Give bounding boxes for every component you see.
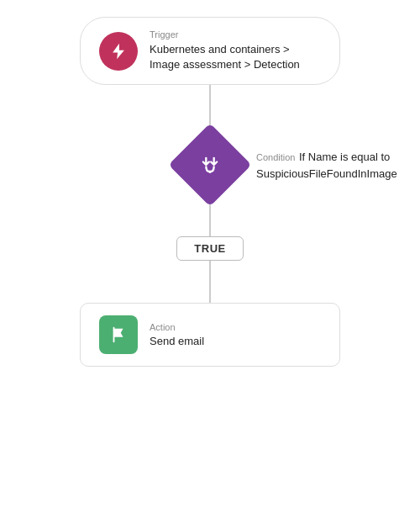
trigger-title: Kubernetes and containers > Image assess… <box>150 42 300 72</box>
true-badge[interactable]: TRUE <box>176 236 243 261</box>
trigger-icon <box>99 32 138 71</box>
condition-diamond[interactable] <box>181 135 239 194</box>
svg-point-0 <box>208 171 212 174</box>
trigger-node[interactable]: Trigger Kubernetes and containers > Imag… <box>80 17 340 85</box>
action-title: Send email <box>150 335 204 347</box>
flag-icon <box>109 325 128 344</box>
flow-container: Trigger Kubernetes and containers > Imag… <box>0 0 420 513</box>
action-node[interactable]: Action Send email <box>80 303 340 367</box>
trigger-label: Trigger <box>150 29 300 40</box>
diamond-shape <box>169 124 252 207</box>
condition-text: Condition If Name is equal to Suspicious… <box>256 149 391 182</box>
flash-icon <box>109 42 128 61</box>
action-label: Action <box>150 322 204 332</box>
connector-3 <box>209 261 211 303</box>
condition-row: Condition If Name is equal to Suspicious… <box>0 135 420 194</box>
branch-icon <box>198 153 222 177</box>
action-text: Action Send email <box>150 322 204 347</box>
trigger-text: Trigger Kubernetes and containers > Imag… <box>150 29 300 72</box>
action-icon <box>99 315 138 354</box>
condition-label: Condition <box>256 152 295 162</box>
